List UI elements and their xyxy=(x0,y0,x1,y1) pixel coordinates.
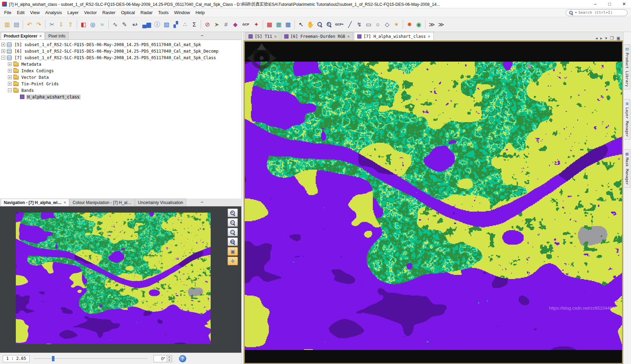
tree-expander[interactable]: − xyxy=(8,88,12,92)
import-icon[interactable]: ⇩ xyxy=(57,20,65,29)
toolbar-overflow2-icon[interactable]: ≫ xyxy=(437,20,445,29)
tabs-scroll-left-icon[interactable]: ◂ xyxy=(596,36,598,40)
draw-tool-icon[interactable]: ✎ xyxy=(120,20,129,29)
menu-file[interactable]: File xyxy=(1,9,14,16)
tree-expander[interactable]: + xyxy=(8,82,12,86)
pixel-grid-teal-icon[interactable]: ▦ xyxy=(274,20,283,29)
tree-expander[interactable]: + xyxy=(8,75,12,79)
selection-tool-icon[interactable]: ↖ xyxy=(297,20,305,29)
tree-row[interactable]: +[5] subset_1_of_RS2-SLC-FQ15-DES-06-May… xyxy=(1,41,241,48)
gcp-tool-icon[interactable]: GCP+ xyxy=(334,20,345,29)
menu-help[interactable]: Help xyxy=(193,9,208,16)
tree-expander[interactable]: + xyxy=(8,69,12,73)
geometry-overlay-icon[interactable]: ➤ xyxy=(212,20,221,29)
graph-builder-icon[interactable]: ≈ xyxy=(98,20,106,29)
menu-tools[interactable]: Tools xyxy=(155,9,171,16)
export-icon[interactable]: ⇧ xyxy=(66,20,75,29)
undo-icon[interactable]: ↶ xyxy=(25,20,34,29)
minimize-panel-button[interactable]: – xyxy=(199,200,205,205)
menu-radar[interactable]: Radar xyxy=(138,9,155,16)
close-tab-icon[interactable]: × xyxy=(274,34,277,39)
toolbar-overflow-icon[interactable]: ≫ xyxy=(428,20,436,29)
pixel-grid-blue-icon[interactable]: ▦ xyxy=(284,20,292,29)
document-tab-1[interactable]: [6] Freeman-Durden RGB× xyxy=(281,32,353,40)
window-minimize-button[interactable]: – xyxy=(589,0,601,8)
window-close-button[interactable]: ✕ xyxy=(618,0,630,8)
rectangle-tool-icon[interactable]: ▭ xyxy=(364,20,373,29)
close-tab-icon[interactable]: × xyxy=(428,34,430,39)
zoom-in-tool-icon[interactable]: + xyxy=(325,20,333,29)
tree-row[interactable]: +Index Codings xyxy=(1,67,241,74)
tree-row[interactable]: +Vector Data xyxy=(1,74,241,81)
search-box[interactable]: ▾ xyxy=(566,9,628,16)
scatter-plot-icon[interactable]: ∴ xyxy=(181,20,189,29)
navigation-tab-0[interactable]: Navigation - [7] H_alpha_wi…× xyxy=(1,199,69,206)
image-view[interactable]: https://blog.csdn.net/zz651044657 xyxy=(244,41,623,364)
menu-layer[interactable]: Layer xyxy=(65,9,82,16)
tabs-scroll-right-icon[interactable]: ▸ xyxy=(600,36,602,40)
open-product-icon[interactable]: ▥ xyxy=(3,20,11,29)
tree-expander[interactable]: − xyxy=(1,56,5,60)
statistics-icon[interactable]: ▞ xyxy=(171,20,180,29)
information-icon[interactable]: ⓘ xyxy=(153,20,161,29)
pixel-grid-red-icon[interactable]: ▩ xyxy=(265,20,274,29)
close-tab-icon[interactable]: × xyxy=(347,34,350,39)
sidebar-tab-layer-manager[interactable]: ≣Layer Manager xyxy=(624,99,630,140)
menu-window[interactable]: Window xyxy=(171,9,193,16)
sidebar-tab-product-library[interactable]: ▤Product Library xyxy=(624,44,630,89)
window-maximize-button[interactable]: □ xyxy=(603,0,616,8)
tree-row[interactable]: −Bands xyxy=(1,87,241,94)
document-tab-0[interactable]: [5] T11× xyxy=(245,32,280,40)
close-tab-icon[interactable]: × xyxy=(64,200,66,205)
sidebar-tab-mask-manager[interactable]: ▦Mask Manager xyxy=(624,149,630,188)
close-tab-icon[interactable]: × xyxy=(39,34,42,39)
pan-tool-icon[interactable]: ✋ xyxy=(306,20,315,29)
document-tab-2[interactable]: [7] H_alpha_wishart_class× xyxy=(354,32,434,40)
tabs-list-icon[interactable]: ▾ xyxy=(605,36,607,40)
correlative-views-icon[interactable]: ◉ xyxy=(414,20,423,29)
pin-overlay-icon[interactable]: ✦ xyxy=(252,20,261,29)
tree-row[interactable]: +Metadata xyxy=(1,61,241,67)
menu-optical[interactable]: Optical xyxy=(118,9,137,16)
subset-icon[interactable]: ✂ xyxy=(48,20,56,29)
graticule-overlay-icon[interactable]: # xyxy=(222,20,230,29)
tree-row[interactable]: +Tie-Point Grids xyxy=(1,81,241,87)
maximize-view-icon[interactable]: ❐ xyxy=(610,36,614,40)
no-data-overlay-icon[interactable]: ⊘ xyxy=(203,20,212,29)
zoom-in-button[interactable]: + xyxy=(228,208,238,217)
zoom-ratio-box[interactable]: 1 : 2.65 xyxy=(3,355,30,362)
polyline-tool-icon[interactable]: ↯ xyxy=(355,20,364,29)
minimize-panel-button[interactable]: – xyxy=(199,33,205,39)
histogram-icon[interactable]: ▄▆ xyxy=(141,20,152,29)
explorer-tab-1[interactable]: Pixel Info xyxy=(45,32,68,40)
profile-plot-icon[interactable]: ∿ xyxy=(111,20,119,29)
line-tool-icon[interactable]: ╱ xyxy=(346,20,354,29)
geo-coding-icon[interactable]: φ,λ xyxy=(129,20,140,29)
compass-overlay-icon[interactable] xyxy=(246,42,277,74)
rotation-spinner[interactable]: 0° ▲ ▼ xyxy=(154,355,172,362)
band-maths-icon[interactable]: ◧ xyxy=(79,20,88,29)
rotation-up-button[interactable]: ▲ xyxy=(167,355,172,359)
tree-row[interactable]: −[7] subset_1_of_RS2-SLC-FQ15-DES-06-May… xyxy=(1,54,241,61)
redo-icon[interactable]: ↷ xyxy=(34,20,43,29)
panel-splitter[interactable] xyxy=(241,32,244,364)
rotation-down-button[interactable]: ▼ xyxy=(167,359,172,362)
menu-analysis[interactable]: Analysis xyxy=(42,9,64,16)
help-button[interactable]: ? xyxy=(179,355,186,362)
menu-vector[interactable]: Vector xyxy=(81,9,99,16)
zoom-pixel-button[interactable]: ▫ xyxy=(228,228,238,236)
tree-expander[interactable]: + xyxy=(8,62,12,66)
tree-row[interactable]: H_alpha_wishart_class xyxy=(1,94,241,100)
tree-expander[interactable]: + xyxy=(1,43,5,46)
navigation-thumbnail-canvas[interactable] xyxy=(16,213,211,344)
magic-wand-icon[interactable]: ✶ xyxy=(392,20,401,29)
sync-views-button[interactable]: ▣ xyxy=(228,247,238,256)
float-view-icon[interactable]: ▣ xyxy=(617,36,620,40)
tree-expander[interactable]: + xyxy=(1,49,5,53)
zoom-slider-handle[interactable] xyxy=(52,356,54,361)
sigma-icon[interactable]: Σ xyxy=(190,20,199,29)
zoom-all-button[interactable]: ▭ xyxy=(228,237,238,246)
search-input[interactable] xyxy=(578,10,629,15)
save-product-icon[interactable]: ▤ xyxy=(12,20,21,29)
gcp-overlay-icon[interactable]: GCP xyxy=(240,20,251,29)
